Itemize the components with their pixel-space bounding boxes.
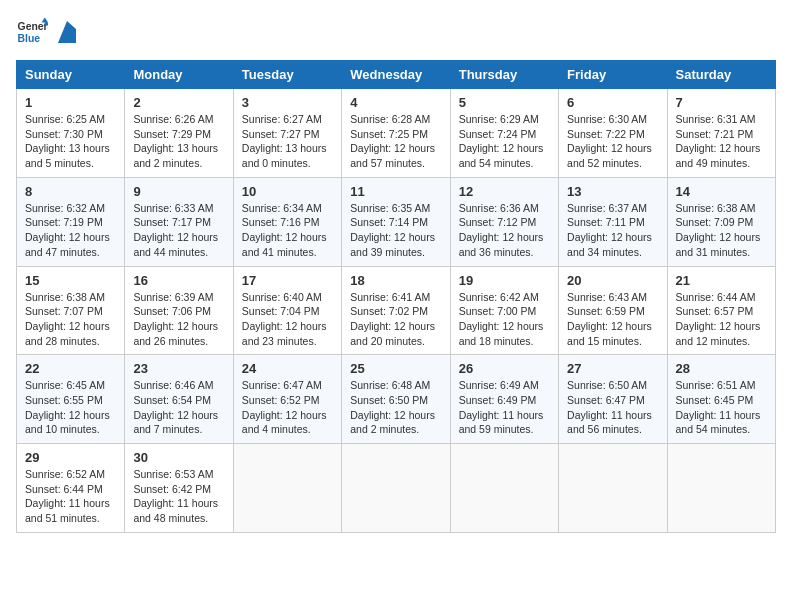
day-number: 23 (133, 361, 224, 376)
day-number: 7 (676, 95, 767, 110)
cell-content: Sunrise: 6:49 AMSunset: 6:49 PMDaylight:… (459, 379, 544, 435)
day-number: 3 (242, 95, 333, 110)
day-header-friday: Friday (559, 61, 667, 89)
calendar-cell: 25 Sunrise: 6:48 AMSunset: 6:50 PMDaylig… (342, 355, 450, 444)
calendar-cell: 22 Sunrise: 6:45 AMSunset: 6:55 PMDaylig… (17, 355, 125, 444)
cell-content: Sunrise: 6:26 AMSunset: 7:29 PMDaylight:… (133, 113, 218, 169)
cell-content: Sunrise: 6:43 AMSunset: 6:59 PMDaylight:… (567, 291, 652, 347)
day-number: 13 (567, 184, 658, 199)
calendar-cell: 23 Sunrise: 6:46 AMSunset: 6:54 PMDaylig… (125, 355, 233, 444)
calendar-week-3: 15 Sunrise: 6:38 AMSunset: 7:07 PMDaylig… (17, 266, 776, 355)
calendar-cell: 4 Sunrise: 6:28 AMSunset: 7:25 PMDayligh… (342, 89, 450, 178)
day-number: 6 (567, 95, 658, 110)
day-number: 30 (133, 450, 224, 465)
calendar-week-5: 29 Sunrise: 6:52 AMSunset: 6:44 PMDaylig… (17, 444, 776, 533)
cell-content: Sunrise: 6:48 AMSunset: 6:50 PMDaylight:… (350, 379, 435, 435)
calendar-cell (667, 444, 775, 533)
calendar-cell: 12 Sunrise: 6:36 AMSunset: 7:12 PMDaylig… (450, 177, 558, 266)
cell-content: Sunrise: 6:38 AMSunset: 7:09 PMDaylight:… (676, 202, 761, 258)
cell-content: Sunrise: 6:44 AMSunset: 6:57 PMDaylight:… (676, 291, 761, 347)
day-number: 4 (350, 95, 441, 110)
svg-text:General: General (18, 21, 48, 32)
calendar-header-row: SundayMondayTuesdayWednesdayThursdayFrid… (17, 61, 776, 89)
cell-content: Sunrise: 6:45 AMSunset: 6:55 PMDaylight:… (25, 379, 110, 435)
day-header-wednesday: Wednesday (342, 61, 450, 89)
calendar-cell (450, 444, 558, 533)
day-number: 27 (567, 361, 658, 376)
day-number: 15 (25, 273, 116, 288)
calendar-cell: 28 Sunrise: 6:51 AMSunset: 6:45 PMDaylig… (667, 355, 775, 444)
calendar-week-1: 1 Sunrise: 6:25 AMSunset: 7:30 PMDayligh… (17, 89, 776, 178)
cell-content: Sunrise: 6:52 AMSunset: 6:44 PMDaylight:… (25, 468, 110, 524)
cell-content: Sunrise: 6:41 AMSunset: 7:02 PMDaylight:… (350, 291, 435, 347)
day-number: 10 (242, 184, 333, 199)
calendar-cell: 8 Sunrise: 6:32 AMSunset: 7:19 PMDayligh… (17, 177, 125, 266)
calendar-cell (342, 444, 450, 533)
logo: General Blue (16, 16, 76, 48)
cell-content: Sunrise: 6:25 AMSunset: 7:30 PMDaylight:… (25, 113, 110, 169)
day-number: 9 (133, 184, 224, 199)
day-header-sunday: Sunday (17, 61, 125, 89)
calendar-week-4: 22 Sunrise: 6:45 AMSunset: 6:55 PMDaylig… (17, 355, 776, 444)
calendar-cell: 26 Sunrise: 6:49 AMSunset: 6:49 PMDaylig… (450, 355, 558, 444)
cell-content: Sunrise: 6:53 AMSunset: 6:42 PMDaylight:… (133, 468, 218, 524)
calendar-cell: 29 Sunrise: 6:52 AMSunset: 6:44 PMDaylig… (17, 444, 125, 533)
cell-content: Sunrise: 6:29 AMSunset: 7:24 PMDaylight:… (459, 113, 544, 169)
day-number: 25 (350, 361, 441, 376)
day-number: 5 (459, 95, 550, 110)
cell-content: Sunrise: 6:31 AMSunset: 7:21 PMDaylight:… (676, 113, 761, 169)
day-number: 14 (676, 184, 767, 199)
day-number: 24 (242, 361, 333, 376)
day-number: 19 (459, 273, 550, 288)
day-header-saturday: Saturday (667, 61, 775, 89)
day-number: 17 (242, 273, 333, 288)
day-header-thursday: Thursday (450, 61, 558, 89)
cell-content: Sunrise: 6:51 AMSunset: 6:45 PMDaylight:… (676, 379, 761, 435)
day-number: 16 (133, 273, 224, 288)
calendar-cell: 18 Sunrise: 6:41 AMSunset: 7:02 PMDaylig… (342, 266, 450, 355)
calendar-cell: 15 Sunrise: 6:38 AMSunset: 7:07 PMDaylig… (17, 266, 125, 355)
calendar-cell: 24 Sunrise: 6:47 AMSunset: 6:52 PMDaylig… (233, 355, 341, 444)
day-header-monday: Monday (125, 61, 233, 89)
calendar-week-2: 8 Sunrise: 6:32 AMSunset: 7:19 PMDayligh… (17, 177, 776, 266)
svg-text:Blue: Blue (18, 33, 41, 44)
day-number: 26 (459, 361, 550, 376)
day-number: 20 (567, 273, 658, 288)
calendar-cell: 20 Sunrise: 6:43 AMSunset: 6:59 PMDaylig… (559, 266, 667, 355)
calendar-cell: 5 Sunrise: 6:29 AMSunset: 7:24 PMDayligh… (450, 89, 558, 178)
day-number: 18 (350, 273, 441, 288)
calendar-cell: 11 Sunrise: 6:35 AMSunset: 7:14 PMDaylig… (342, 177, 450, 266)
day-number: 29 (25, 450, 116, 465)
cell-content: Sunrise: 6:39 AMSunset: 7:06 PMDaylight:… (133, 291, 218, 347)
cell-content: Sunrise: 6:50 AMSunset: 6:47 PMDaylight:… (567, 379, 652, 435)
calendar-cell: 3 Sunrise: 6:27 AMSunset: 7:27 PMDayligh… (233, 89, 341, 178)
cell-content: Sunrise: 6:36 AMSunset: 7:12 PMDaylight:… (459, 202, 544, 258)
calendar-cell: 6 Sunrise: 6:30 AMSunset: 7:22 PMDayligh… (559, 89, 667, 178)
calendar-cell: 27 Sunrise: 6:50 AMSunset: 6:47 PMDaylig… (559, 355, 667, 444)
day-number: 2 (133, 95, 224, 110)
calendar-cell: 16 Sunrise: 6:39 AMSunset: 7:06 PMDaylig… (125, 266, 233, 355)
day-number: 8 (25, 184, 116, 199)
day-number: 1 (25, 95, 116, 110)
cell-content: Sunrise: 6:30 AMSunset: 7:22 PMDaylight:… (567, 113, 652, 169)
calendar-cell: 21 Sunrise: 6:44 AMSunset: 6:57 PMDaylig… (667, 266, 775, 355)
cell-content: Sunrise: 6:35 AMSunset: 7:14 PMDaylight:… (350, 202, 435, 258)
calendar-cell: 2 Sunrise: 6:26 AMSunset: 7:29 PMDayligh… (125, 89, 233, 178)
day-number: 22 (25, 361, 116, 376)
calendar-cell: 14 Sunrise: 6:38 AMSunset: 7:09 PMDaylig… (667, 177, 775, 266)
day-number: 28 (676, 361, 767, 376)
day-number: 11 (350, 184, 441, 199)
cell-content: Sunrise: 6:27 AMSunset: 7:27 PMDaylight:… (242, 113, 327, 169)
header: General Blue (16, 16, 776, 48)
cell-content: Sunrise: 6:40 AMSunset: 7:04 PMDaylight:… (242, 291, 327, 347)
svg-marker-2 (42, 18, 48, 23)
cell-content: Sunrise: 6:47 AMSunset: 6:52 PMDaylight:… (242, 379, 327, 435)
calendar-cell: 1 Sunrise: 6:25 AMSunset: 7:30 PMDayligh… (17, 89, 125, 178)
calendar-cell: 19 Sunrise: 6:42 AMSunset: 7:00 PMDaylig… (450, 266, 558, 355)
calendar-cell: 13 Sunrise: 6:37 AMSunset: 7:11 PMDaylig… (559, 177, 667, 266)
calendar-cell (559, 444, 667, 533)
cell-content: Sunrise: 6:37 AMSunset: 7:11 PMDaylight:… (567, 202, 652, 258)
cell-content: Sunrise: 6:33 AMSunset: 7:17 PMDaylight:… (133, 202, 218, 258)
calendar-cell: 7 Sunrise: 6:31 AMSunset: 7:21 PMDayligh… (667, 89, 775, 178)
calendar-cell: 17 Sunrise: 6:40 AMSunset: 7:04 PMDaylig… (233, 266, 341, 355)
